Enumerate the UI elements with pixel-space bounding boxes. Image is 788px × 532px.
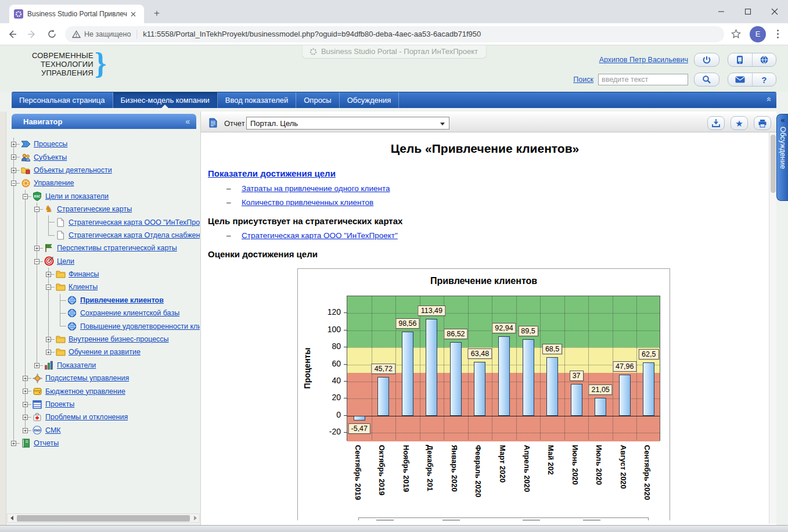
favorite-button[interactable]: ★ <box>731 116 748 130</box>
tree-item[interactable]: Привлечение клиентов <box>8 294 200 307</box>
tree-expander[interactable]: + <box>23 376 28 381</box>
scrollbar-thumb[interactable] <box>17 515 190 522</box>
tree-expander[interactable]: + <box>34 363 39 368</box>
tree-link[interactable]: Перспективы стратегической карты <box>57 244 177 252</box>
tree-item[interactable]: +Финансы <box>8 268 200 281</box>
search-input[interactable] <box>598 74 688 85</box>
browser-profile-avatar[interactable]: E <box>750 26 766 42</box>
tree-item[interactable]: −Клиенты <box>8 281 200 293</box>
mail-button[interactable] <box>728 73 752 86</box>
logout-button[interactable] <box>694 53 719 67</box>
window-close-button[interactable] <box>761 0 788 23</box>
tree-expander[interactable]: + <box>11 168 16 173</box>
back-icon[interactable] <box>5 27 20 42</box>
tree-item[interactable]: −Управление <box>8 177 200 189</box>
tree-link[interactable]: Клиенты <box>69 283 98 291</box>
strategic-map-link[interactable]: Стратегическая карта ООО "ИнТехПроект" <box>242 231 398 240</box>
tree-expander[interactable]: + <box>11 142 16 147</box>
tree-item[interactable]: +Проблемы и отклонения <box>8 411 200 423</box>
nav-item-бизнес-модель-компании[interactable]: Бизнес-модель компании <box>113 92 218 108</box>
url-omnibox[interactable]: Не защищено k11:5558/Portal_InTekhProyek… <box>65 26 724 42</box>
tree-expander[interactable]: − <box>34 259 39 264</box>
tree-item[interactable]: +Обучение и развитие <box>8 346 200 358</box>
tree-item[interactable]: +Подсистемы управления <box>8 372 200 384</box>
tree-link[interactable]: СМК <box>45 426 61 434</box>
tree-expander[interactable]: + <box>23 428 28 433</box>
sidebar-horizontal-scrollbar[interactable] <box>7 513 200 523</box>
tree-item[interactable]: −♞Стратегические карты <box>8 203 200 215</box>
tree-item[interactable]: Сохранение клиентской базы <box>8 307 200 319</box>
export-report-button[interactable] <box>707 116 725 130</box>
tree-expander[interactable]: + <box>46 272 51 277</box>
tree-link[interactable]: Внутренние бизнес-процессы <box>69 335 169 343</box>
tree-item[interactable]: Повышение удовлетворенности клиентов <box>8 319 200 332</box>
navbar-collapse-icon[interactable]: « <box>765 97 774 102</box>
search-button[interactable] <box>694 73 719 87</box>
tree-expander[interactable]: − <box>11 181 16 186</box>
tree-item[interactable]: Стратегическая карта ООО "ИнТехПроект" <box>8 215 200 228</box>
tree-link[interactable]: Объекты деятельности <box>34 166 112 174</box>
tree-link[interactable]: Проекты <box>45 400 74 408</box>
scroll-right-icon[interactable] <box>191 514 199 522</box>
reload-icon[interactable] <box>44 27 59 42</box>
tree-item[interactable]: +Перспективы стратегической карты <box>8 242 200 254</box>
indicators-heading-link[interactable]: Показатели достижения цели <box>208 168 336 178</box>
tree-item[interactable]: −Цели <box>8 255 200 268</box>
security-chip[interactable]: Не защищено <box>72 30 131 38</box>
tree-item[interactable]: +Отчеты <box>8 437 200 450</box>
tree-expander[interactable]: − <box>23 194 28 199</box>
help-button[interactable]: ? <box>752 73 776 86</box>
tree-link[interactable]: Процессы <box>34 140 67 148</box>
tree-expander[interactable]: + <box>46 337 51 342</box>
content-vertical-scrollbar[interactable] <box>769 132 776 524</box>
bookmark-star-icon[interactable] <box>729 27 743 41</box>
tree-link[interactable]: Сохранение клиентской базы <box>80 309 179 317</box>
tree-item[interactable]: +Показатели <box>8 359 200 372</box>
scroll-left-icon[interactable] <box>8 514 16 522</box>
user-name-link[interactable]: Архипов Петр Васильевич <box>599 56 688 64</box>
tree-expander[interactable]: + <box>46 350 51 355</box>
browser-tab[interactable]: Business Studio Portal Привлече <box>9 5 144 23</box>
tree-link[interactable]: Повышение удовлетворенности клиентов <box>80 322 200 330</box>
tree-expander[interactable]: − <box>46 285 51 290</box>
tree-link[interactable]: Цели и показатели <box>45 192 109 200</box>
indicator-link[interactable]: Затраты на привлечение одного клиента <box>242 184 390 193</box>
tree-item[interactable]: +Бюджетное управление <box>8 384 200 397</box>
tree-link[interactable]: Финансы <box>69 270 99 278</box>
search-link[interactable]: Поиск <box>573 76 593 84</box>
nav-item-опросы[interactable]: Опросы <box>296 92 339 108</box>
sidebar-left-scrollbar[interactable] <box>0 112 6 525</box>
tree-item[interactable]: +Внутренние бизнес-процессы <box>8 333 200 346</box>
tree-item[interactable]: Стратегическая карта Отдела снабжения <box>8 229 200 242</box>
tree-link[interactable]: Подсистемы управления <box>45 374 129 382</box>
window-minimize-button[interactable] <box>708 0 735 23</box>
tab-close-icon[interactable] <box>128 9 138 19</box>
nav-item-персональная-страница[interactable]: Персональная страница <box>12 92 113 108</box>
tree-item[interactable]: +ISOСМК <box>8 424 200 437</box>
tree-link[interactable]: Управление <box>34 179 74 187</box>
tree-item[interactable]: +Объекты деятельности <box>8 164 200 177</box>
tree-item[interactable]: +Субъекты <box>8 150 200 163</box>
tree-item[interactable]: +Проекты <box>8 398 200 411</box>
nav-item-обсуждения[interactable]: Обсуждения <box>340 92 400 108</box>
tree-item[interactable]: −BSCЦели и показатели <box>8 190 200 203</box>
tree-item[interactable]: +Процессы <box>8 138 200 150</box>
tree-expander[interactable]: + <box>11 154 16 160</box>
browser-menu-icon[interactable] <box>772 30 783 38</box>
mobile-version-button[interactable] <box>728 53 752 66</box>
tree-expander[interactable]: + <box>11 441 16 446</box>
tree-expander[interactable]: + <box>23 402 28 407</box>
tree-link[interactable]: Субъекты <box>34 153 67 161</box>
nav-item-ввод-показателей[interactable]: Ввод показателей <box>218 92 297 108</box>
scrollbar-thumb[interactable] <box>771 135 776 193</box>
tree-link[interactable]: Стратегические карты <box>57 205 132 213</box>
tree-link[interactable]: Обучение и развитие <box>69 348 141 356</box>
tree-link[interactable]: Показатели <box>57 361 96 369</box>
tree-link[interactable]: Отчеты <box>34 439 59 447</box>
tree-expander[interactable]: + <box>23 389 28 394</box>
tree-expander[interactable]: + <box>34 246 39 251</box>
window-maximize-button[interactable] <box>735 0 761 23</box>
tree-link[interactable]: Привлечение клиентов <box>80 296 164 304</box>
new-tab-button[interactable]: + <box>150 7 164 21</box>
tree-expander[interactable]: − <box>34 207 39 212</box>
